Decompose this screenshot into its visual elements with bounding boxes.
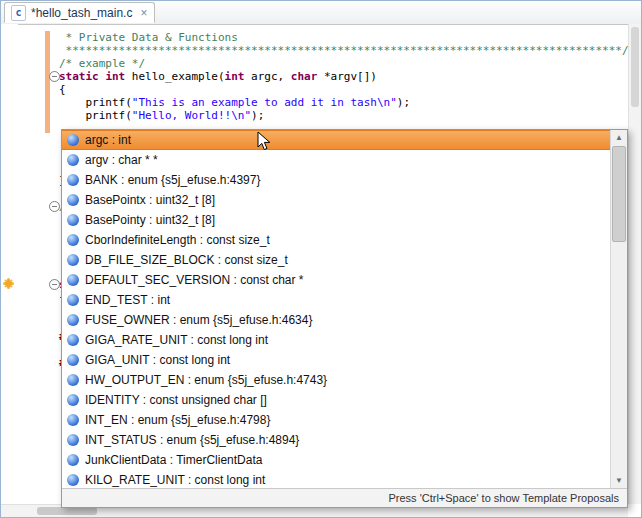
code-line: * Private Data & Functions <box>59 31 627 44</box>
variable-icon <box>67 434 79 446</box>
variable-icon <box>67 314 79 326</box>
variable-icon <box>67 134 79 146</box>
scroll-up-icon[interactable]: ▲ <box>611 130 627 145</box>
scroll-down-icon[interactable]: ▼ <box>611 473 627 488</box>
code-line: printf("Hello, World!!\n"); <box>59 109 627 122</box>
completion-item-label: argc : int <box>85 133 131 147</box>
completion-item[interactable]: BasePointy : uint32_t [8] <box>62 210 610 230</box>
code-line: static int hello_example(int argc, char … <box>59 70 627 83</box>
completion-item[interactable]: argv : char * * <box>62 150 610 170</box>
completion-popup: argc : intargv : char * *BANK : enum {s5… <box>61 129 628 508</box>
variable-icon <box>67 274 79 286</box>
variable-icon <box>67 194 79 206</box>
completion-item[interactable]: IDENTITY : const unsigned char [] <box>62 390 610 410</box>
completion-item-label: IDENTITY : const unsigned char [] <box>85 393 267 407</box>
vertical-scrollbar-thumb[interactable] <box>631 27 639 107</box>
completion-item-label: GIGA_UNIT : const long int <box>85 353 230 367</box>
completion-item[interactable]: argc : int <box>62 130 610 150</box>
completion-item[interactable]: END_TEST : int <box>62 290 610 310</box>
editor-tab-bar: c *hello_tash_main.c × <box>1 1 641 25</box>
completion-item[interactable]: INT_EN : enum {s5j_efuse.h:4798} <box>62 410 610 430</box>
completion-item[interactable]: BasePointx : uint32_t [8] <box>62 190 610 210</box>
completion-item-label: DB_FILE_SIZE_BLOCK : const size_t <box>85 253 288 267</box>
variable-icon <box>67 394 79 406</box>
completion-item[interactable]: JunkClientData : TimerClientData <box>62 450 610 470</box>
completion-item[interactable]: CborIndefiniteLength : const size_t <box>62 230 610 250</box>
completion-list: argc : intargv : char * *BANK : enum {s5… <box>62 130 610 488</box>
completion-item-label: BasePointx : uint32_t [8] <box>85 193 215 207</box>
completion-item-label: HW_OUTPUT_EN : enum {s5j_efuse.h:4743} <box>85 373 327 387</box>
completion-item-label: JunkClientData : TimerClientData <box>85 453 262 467</box>
fold-collapse-icon[interactable] <box>49 71 60 82</box>
changed-lines-indicator <box>45 31 50 133</box>
completion-item-label: INT_EN : enum {s5j_efuse.h:4798} <box>85 413 270 427</box>
editor-window: c *hello_tash_main.c × * Private Data & … <box>0 0 642 518</box>
completion-item-label: BANK : enum {s5j_efuse.h:4397} <box>85 173 260 187</box>
variable-icon <box>67 234 79 246</box>
code-line: /* example */ <box>59 57 627 70</box>
completion-item[interactable]: HW_OUTPUT_EN : enum {s5j_efuse.h:4743} <box>62 370 610 390</box>
variable-icon <box>67 334 79 346</box>
horizontal-scrollbar-thumb[interactable] <box>37 507 97 515</box>
variable-icon <box>67 154 79 166</box>
variable-icon <box>67 294 79 306</box>
completion-scrollbar-thumb[interactable] <box>612 146 626 242</box>
variable-icon <box>67 414 79 426</box>
variable-icon <box>67 374 79 386</box>
variable-icon <box>67 174 79 186</box>
completion-item[interactable]: BANK : enum {s5j_efuse.h:4397} <box>62 170 610 190</box>
completion-item-label: KILO_RATE_UNIT : const long int <box>85 473 265 487</box>
completion-scrollbar[interactable]: ▲ ▼ <box>610 130 627 488</box>
completion-status-text: Press 'Ctrl+Space' to show Template Prop… <box>388 492 619 504</box>
editor-tab-hello-tash-main[interactable]: c *hello_tash_main.c × <box>4 2 155 23</box>
variable-icon <box>67 214 79 226</box>
variable-icon <box>67 254 79 266</box>
code-line: { <box>59 83 627 96</box>
completion-item[interactable]: FUSE_OWNER : enum {s5j_efuse.h:4634} <box>62 310 610 330</box>
completion-item-label: BasePointy : uint32_t [8] <box>85 213 215 227</box>
completion-item-label: INT_STATUS : enum {s5j_efuse.h:4894} <box>85 433 299 447</box>
c-file-icon: c <box>11 5 26 21</box>
code-line: printf("This is an example to add it in … <box>59 96 627 109</box>
completion-item[interactable]: DB_FILE_SIZE_BLOCK : const size_t <box>62 250 610 270</box>
variable-icon <box>67 454 79 466</box>
editor-vertical-scrollbar[interactable] <box>628 24 641 504</box>
tab-title: *hello_tash_main.c <box>31 6 132 20</box>
completion-item-label: FUSE_OWNER : enum {s5j_efuse.h:4634} <box>85 313 312 327</box>
completion-item-label: argv : char * * <box>85 153 158 167</box>
completion-item[interactable]: GIGA_UNIT : const long int <box>62 350 610 370</box>
completion-item[interactable]: INT_STATUS : enum {s5j_efuse.h:4894} <box>62 430 610 450</box>
completion-item-label: END_TEST : int <box>85 293 170 307</box>
completion-item-label: DEFAULT_SEC_VERSION : const char * <box>85 273 304 287</box>
completion-item-label: GIGA_RATE_UNIT : const long int <box>85 333 268 347</box>
completion-item-label: CborIndefiniteLength : const size_t <box>85 233 270 247</box>
completion-item[interactable]: GIGA_RATE_UNIT : const long int <box>62 330 610 350</box>
fold-collapse-icon[interactable] <box>49 201 60 212</box>
tab-close-icon[interactable]: × <box>140 7 147 19</box>
completion-status-bar: Press 'Ctrl+Space' to show Template Prop… <box>62 488 627 507</box>
completion-item[interactable]: DEFAULT_SEC_VERSION : const char * <box>62 270 610 290</box>
annotation-ruler <box>1 24 18 504</box>
task-marker-icon <box>5 280 12 287</box>
fold-collapse-icon[interactable] <box>49 279 60 290</box>
completion-item[interactable]: KILO_RATE_UNIT : const long int <box>62 470 610 488</box>
variable-icon <box>67 354 79 366</box>
code-line: ****************************************… <box>59 44 627 57</box>
variable-icon <box>67 474 79 486</box>
mouse-cursor <box>257 131 271 152</box>
